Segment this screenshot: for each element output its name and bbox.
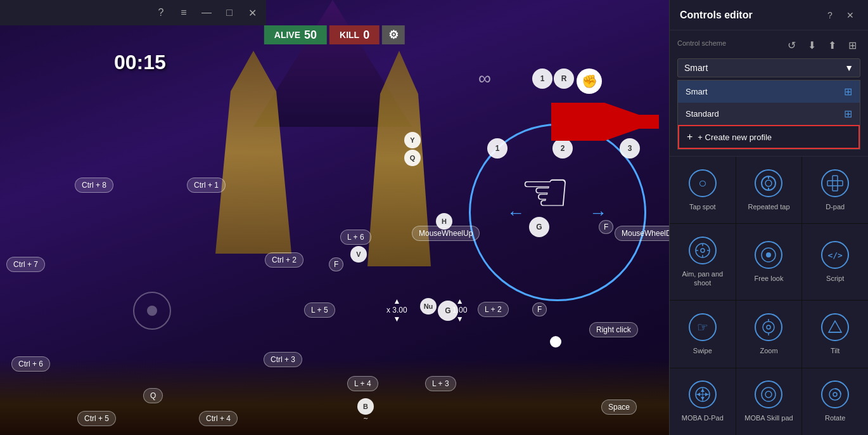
svg-point-1 — [765, 180, 772, 186]
ctrl-label-l5[interactable]: L + 5 — [304, 302, 335, 318]
control-scheme-section: Control scheme ↺ ⬇ ⬆ ⊞ Smart ▼ Smart ⊞ S… — [670, 30, 868, 157]
maximize-btn[interactable]: □ — [220, 4, 238, 22]
moba-d-pad-label: MOBA D-Pad — [682, 413, 724, 422]
control-d-pad[interactable]: D-pad — [802, 157, 868, 223]
joystick[interactable] — [133, 292, 171, 330]
svg-rect-5 — [827, 181, 843, 186]
control-moba-skill[interactable]: MOBA Skill pad — [736, 368, 802, 435]
hud-settings[interactable]: ⚙ — [382, 25, 405, 44]
circle-v[interactable]: V — [350, 246, 367, 263]
ctrl-label-ctrl6[interactable]: Ctrl + 6 — [11, 356, 50, 372]
free-look-label: Free look — [755, 274, 784, 283]
scheme-option-smart[interactable]: Smart ⊞ — [678, 81, 860, 103]
circle-h[interactable]: H — [436, 213, 452, 230]
ctrl-label-ctrl7[interactable]: Ctrl + 7 — [6, 257, 45, 272]
panel-close-btn[interactable]: ✕ — [843, 8, 858, 23]
control-moba-d-pad[interactable]: MOBA D-Pad — [670, 368, 736, 435]
circle-1[interactable]: 1 — [532, 68, 552, 89]
ctrl-label-ctrl5[interactable]: Ctrl + 5 — [77, 411, 116, 426]
circle-b: B ∼ — [357, 398, 374, 422]
tab-bar: Keyboard and mouse Gamepad ? ≡ — □ ✕ — [0, 0, 266, 25]
free-look-icon — [755, 241, 782, 269]
control-aim-pan-shoot[interactable]: Aim, pan and shoot — [670, 224, 736, 300]
circle-g1[interactable]: G — [529, 217, 549, 237]
circle-b-val[interactable]: B — [357, 398, 374, 415]
moba-skill-label: MOBA Skill pad — [744, 413, 793, 422]
svg-rect-4 — [833, 176, 838, 191]
control-repeated-tap[interactable]: Repeated tap — [736, 157, 802, 223]
tilt-icon — [821, 313, 849, 341]
svg-point-30 — [833, 393, 837, 396]
ctrl-label-rightclick[interactable]: Right click — [589, 322, 638, 337]
scheme-refresh-btn[interactable]: ↺ — [783, 37, 800, 53]
ctrl-label-space[interactable]: Space — [601, 399, 637, 415]
scheme-dropdown[interactable]: Smart ▼ — [677, 58, 860, 77]
control-rotate[interactable]: Rotate — [802, 368, 868, 435]
right-panel: Controls editor ? ✕ Control scheme ↺ ⬇ ⬆… — [669, 0, 868, 435]
ctrl-label-l4[interactable]: L + 4 — [347, 376, 378, 391]
ctrl-label-ctrl2[interactable]: Ctrl + 2 — [265, 252, 303, 268]
circle-r[interactable]: R — [554, 68, 574, 89]
ctrl-label-l3[interactable]: L + 3 — [425, 376, 456, 391]
rotate-icon — [821, 380, 849, 408]
scheme-export-btn[interactable]: ⬆ — [824, 37, 840, 53]
scheme-import-btn[interactable]: ⬇ — [803, 37, 820, 53]
game-timer: 00:15 — [114, 51, 166, 74]
svg-point-15 — [767, 325, 770, 329]
close-btn[interactable]: ✕ — [243, 4, 261, 22]
hud-kill: KILL 0 — [329, 25, 380, 44]
control-tap-spot[interactable]: ○ Tap spot — [670, 157, 736, 223]
svg-marker-24 — [701, 397, 705, 400]
svg-point-11 — [701, 249, 705, 252]
ctrl-label-plus2[interactable]: L + 2 — [478, 302, 509, 317]
minimize-btn[interactable]: — — [198, 4, 215, 22]
panel-help-btn[interactable]: ? — [822, 8, 838, 23]
control-zoom[interactable]: Zoom — [736, 301, 802, 367]
svg-marker-26 — [705, 393, 708, 396]
control-free-look[interactable]: Free look — [736, 224, 802, 300]
svg-marker-18 — [829, 321, 841, 332]
zoom-label: Zoom — [760, 346, 777, 355]
control-script[interactable]: </> Script — [802, 224, 868, 300]
ctrl-label-l6[interactable]: L + 6 — [340, 230, 371, 245]
ctrl-label-ctrl3[interactable]: Ctrl + 3 — [264, 352, 302, 367]
ctrl-label-ctrl8[interactable]: Ctrl + 8 — [75, 178, 113, 193]
hud-alive: ALIVE 50 — [264, 25, 327, 44]
create-new-profile-option[interactable]: + + Create new profile — [678, 125, 860, 149]
control-swipe[interactable]: ☞ Swipe — [670, 301, 736, 367]
menu-btn[interactable]: ≡ — [175, 4, 193, 22]
arrow-left-icon: ← — [507, 203, 525, 223]
circle-1b[interactable]: 1 — [487, 138, 507, 159]
scheme-option-standard[interactable]: Standard ⊞ — [678, 103, 860, 125]
scheme-action-icons: ↺ ⬇ ⬆ ⊞ — [783, 37, 860, 53]
circle-nu[interactable]: Nu — [420, 298, 437, 315]
repeated-tap-label: Repeated tap — [748, 202, 789, 211]
tab-actions: ? ≡ — □ ✕ — [0, 0, 266, 25]
help-btn[interactable]: ? — [152, 4, 170, 22]
circle-2[interactable]: 2 — [552, 138, 573, 159]
ctrl-label-f3[interactable]: F — [532, 302, 547, 316]
zoom-icon — [755, 313, 782, 341]
ctrl-label-ctrl1[interactable]: Ctrl + 1 — [187, 178, 226, 193]
moba-skill-icon — [755, 380, 782, 408]
circle-h: H — [436, 213, 452, 230]
script-label: Script — [826, 274, 844, 283]
ctrl-label-mousedown[interactable]: MouseWheelDown — [615, 226, 669, 241]
circle-3[interactable]: 3 — [620, 138, 640, 159]
circle-y[interactable]: Y — [404, 132, 421, 148]
ctrl-label-f1[interactable]: F — [329, 257, 343, 271]
tilt-label: Tilt — [831, 346, 839, 355]
white-dot — [550, 336, 561, 347]
circle-q2[interactable]: Q — [404, 150, 421, 166]
scheme-copy-btn[interactable]: ⊞ — [844, 37, 860, 53]
control-tilt[interactable]: Tilt — [802, 301, 868, 367]
svg-marker-23 — [701, 389, 705, 392]
multiplier-x300: ▲x 3.00▼ — [386, 297, 407, 323]
ctrl-label-ctrl4[interactable]: Ctrl + 4 — [199, 411, 238, 426]
script-icon: </> — [821, 241, 849, 269]
multiplier-100: ▲1.00▼ — [452, 297, 467, 323]
d-pad-label: D-pad — [826, 202, 845, 211]
swipe-icon: ☞ — [689, 313, 717, 341]
panel-header-actions: ? ✕ — [822, 8, 858, 23]
ctrl-label-q[interactable]: Q — [143, 388, 163, 403]
